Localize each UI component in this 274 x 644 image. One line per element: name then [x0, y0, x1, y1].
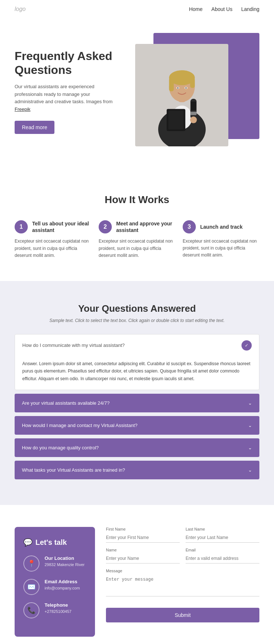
- steps-container: 1 Tell us about your ideal assistant Exc…: [15, 220, 259, 259]
- location-icon: 📍: [23, 555, 39, 572]
- last-name-input[interactable]: [186, 533, 259, 543]
- faq-item-3[interactable]: How would I manage and contact my Virtua…: [15, 416, 259, 435]
- svg-point-8: [184, 72, 192, 79]
- navbar: logo Home About Us Landing: [0, 0, 274, 18]
- contact-email: ✉️ Email Address info@company.com: [23, 579, 86, 595]
- name-label: Name: [106, 548, 180, 552]
- step-1-body: Excepteur sint occaecat cupidatat non pr…: [15, 238, 91, 259]
- svg-point-14: [190, 116, 197, 123]
- email-value: info@company.com: [45, 586, 80, 590]
- svg-rect-15: [191, 101, 196, 110]
- phone-label: Telephone: [45, 602, 72, 608]
- faq-section: Your Questions Answered Sample text. Cli…: [0, 281, 274, 505]
- contact-heading: 💬 Let's talk: [23, 538, 86, 547]
- email-input[interactable]: [186, 554, 259, 564]
- contact-location: 📍 Our Location 29832 Makenzie River: [23, 555, 86, 572]
- submit-button[interactable]: Submit: [106, 608, 259, 622]
- faq-item-5[interactable]: What tasks your Virtual Assistants are t…: [15, 461, 259, 479]
- chat-icon: 💬: [23, 538, 33, 547]
- nav-about[interactable]: About Us: [212, 6, 233, 12]
- faq-item-4[interactable]: How do you manage quality control? ⌄: [15, 438, 259, 457]
- faq-answer-1: Answer. Lorem ipsum dolor sit amet, cons…: [15, 356, 259, 390]
- message-label: Message: [106, 569, 259, 573]
- phone-icon: 📞: [23, 602, 39, 618]
- svg-rect-18: [190, 112, 197, 115]
- freepik-link[interactable]: Freepik: [15, 106, 30, 112]
- step-2: 2 Meet and approve your assistant Except…: [99, 220, 175, 259]
- step-2-heading: Meet and approve your assistant: [116, 220, 175, 233]
- svg-rect-6: [169, 78, 174, 91]
- form-row-email: Name Email: [106, 548, 259, 564]
- step-1-heading: Tell us about your ideal assistant: [32, 220, 91, 233]
- location-value: 29832 Makenzie River: [45, 562, 84, 567]
- chevron-down-icon: ⌄: [248, 445, 252, 450]
- step-3-heading: Launch and track: [200, 224, 243, 230]
- email-field: Email: [186, 548, 259, 564]
- location-label: Our Location: [45, 555, 84, 561]
- read-more-button[interactable]: Read more: [15, 121, 54, 134]
- name-field: Name: [106, 548, 180, 564]
- faq-subtitle: Sample text. Click to select the text bo…: [15, 318, 259, 323]
- step-3-body: Excepteur sint occaecat cupidatat non pr…: [183, 238, 259, 259]
- hero-content: Frequently Asked Questions Our virtual a…: [15, 49, 117, 134]
- contact-phone: 📞 Telephone +27825100457: [23, 602, 86, 618]
- first-name-input[interactable]: [106, 533, 180, 543]
- hero-image-area: [135, 33, 259, 150]
- faq-title: Your Questions Answered: [15, 303, 259, 314]
- step-3-number: 3: [183, 220, 196, 233]
- logo: logo: [15, 6, 26, 12]
- svg-point-11: [177, 87, 179, 89]
- faq-check-icon: [241, 340, 252, 351]
- email-label: Email Address: [45, 579, 80, 584]
- faq-question-1[interactable]: How do I communicate with my virtual ass…: [15, 334, 259, 356]
- phone-value: +27825100457: [45, 609, 72, 614]
- svg-rect-17: [168, 111, 183, 130]
- how-it-works-section: How It Works 1 Tell us about your ideal …: [0, 172, 274, 281]
- svg-point-12: [185, 87, 187, 89]
- faq-item-1[interactable]: How do I communicate with my virtual ass…: [15, 334, 259, 390]
- last-name-label: Last Name: [186, 527, 259, 531]
- nav-landing[interactable]: Landing: [241, 6, 259, 12]
- chevron-down-icon: ⌄: [248, 400, 252, 406]
- name-input[interactable]: [106, 554, 180, 564]
- message-field: Message: [106, 569, 259, 598]
- hero-image: [135, 44, 228, 146]
- hero-title: Frequently Asked Questions: [15, 49, 117, 77]
- first-name-field: First Name: [106, 527, 180, 543]
- contact-section: 💬 Let's talk 📍 Our Location 29832 Makenz…: [0, 505, 274, 644]
- hero-description: Our virtual assistants are experienced p…: [15, 83, 117, 113]
- nav-home[interactable]: Home: [189, 6, 202, 12]
- person-illustration: [145, 51, 218, 146]
- nav-links: Home About Us Landing: [189, 6, 259, 12]
- step-2-body: Excepteur sint occaecat cupidatat non pr…: [99, 238, 175, 259]
- email-field-label: Email: [186, 548, 259, 552]
- chevron-down-icon: ⌄: [248, 423, 252, 428]
- message-input[interactable]: [106, 574, 259, 596]
- faq-item-2[interactable]: Are your virtual assistants available 24…: [15, 394, 259, 412]
- step-1-number: 1: [15, 220, 28, 233]
- first-name-label: First Name: [106, 527, 180, 531]
- chevron-down-icon: ⌄: [248, 467, 252, 473]
- svg-rect-7: [190, 78, 195, 88]
- contact-info-panel: 💬 Let's talk 📍 Our Location 29832 Makenz…: [15, 527, 95, 637]
- how-it-works-title: How It Works: [15, 194, 259, 206]
- step-3: 3 Launch and track Excepteur sint occaec…: [183, 220, 259, 259]
- last-name-field: Last Name: [186, 527, 259, 543]
- step-1: 1 Tell us about your ideal assistant Exc…: [15, 220, 91, 259]
- form-row-name: First Name Last Name: [106, 527, 259, 543]
- email-icon: ✉️: [23, 579, 39, 595]
- hero-section: Frequently Asked Questions Our virtual a…: [0, 18, 274, 172]
- step-2-number: 2: [99, 220, 112, 233]
- contact-form: First Name Last Name Name Email Message …: [106, 527, 259, 637]
